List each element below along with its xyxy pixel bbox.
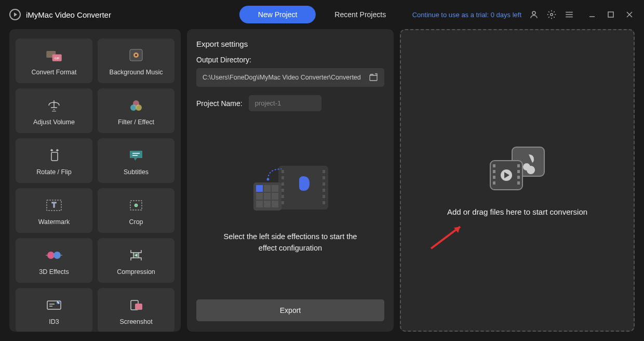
id3-icon xyxy=(45,297,63,313)
export-panel: Export settings Output Directory: C:\Use… xyxy=(187,29,394,332)
watermark-icon: T xyxy=(45,198,63,213)
svg-rect-6 xyxy=(608,12,613,17)
tools-sidebar: GIF Convert Format Background Music Adju… xyxy=(9,29,181,332)
tool-label: Subtitles xyxy=(124,168,149,176)
tool-label: Rotate / Flip xyxy=(36,168,71,176)
effects-illustration xyxy=(246,156,334,219)
svg-rect-58 xyxy=(264,201,271,207)
app-title: iMyMac Video Converter xyxy=(26,10,111,19)
dropzone-text: Add or drag files here to start conversi… xyxy=(447,207,587,216)
trial-status[interactable]: Continue to use as a trial: 0 days left xyxy=(412,11,521,19)
tool-label: Convert Format xyxy=(32,69,77,76)
svg-rect-71 xyxy=(517,181,520,185)
tool-crop[interactable]: Crop xyxy=(98,188,175,233)
music-icon xyxy=(127,48,145,63)
tool-filter-effect[interactable]: Filter / Effect xyxy=(98,88,175,133)
svg-rect-52 xyxy=(264,185,271,192)
tool-background-music[interactable]: Background Music xyxy=(98,38,175,83)
rotate-icon xyxy=(45,148,63,163)
svg-rect-66 xyxy=(493,176,495,179)
svg-point-14 xyxy=(135,54,137,56)
filter-icon xyxy=(127,98,145,113)
minimize-icon[interactable] xyxy=(587,9,597,20)
logo-icon xyxy=(9,9,21,20)
svg-rect-40 xyxy=(281,182,284,186)
tool-id3[interactable]: ID3 xyxy=(16,288,92,332)
maximize-icon[interactable] xyxy=(606,9,616,20)
svg-rect-41 xyxy=(281,189,284,192)
close-icon[interactable] xyxy=(624,9,635,20)
tab-new-project[interactable]: New Project xyxy=(239,6,316,23)
svg-text:T: T xyxy=(52,201,57,209)
project-name-label: Project Name: xyxy=(196,99,243,108)
svg-rect-59 xyxy=(272,201,278,207)
tool-rotate-flip[interactable]: Rotate / Flip xyxy=(16,138,92,183)
tool-label: Compression xyxy=(117,268,155,276)
folder-open-icon[interactable] xyxy=(369,73,378,82)
svg-rect-54 xyxy=(256,193,263,200)
effects-hint: Select the left side effections to start… xyxy=(218,231,363,254)
tool-label: 3D Effects xyxy=(39,268,69,276)
svg-rect-43 xyxy=(281,201,284,204)
output-dir-field[interactable]: C:\Users\FoneDog\iMyMac Video Converter\… xyxy=(196,68,384,87)
svg-rect-38 xyxy=(281,170,284,173)
svg-rect-39 xyxy=(281,176,284,179)
menu-icon[interactable] xyxy=(564,9,574,20)
output-dir-label: Output Directory: xyxy=(196,56,384,64)
tool-adjust-volume[interactable]: Adjust Volume xyxy=(16,88,92,133)
svg-point-0 xyxy=(532,11,535,15)
output-dir-value: C:\Users\FoneDog\iMyMac Video Converter\… xyxy=(203,74,361,81)
file-dropzone[interactable]: Add or drag files here to start conversi… xyxy=(400,29,635,332)
svg-point-24 xyxy=(135,204,138,207)
export-button[interactable]: Export xyxy=(196,299,384,321)
settings-icon[interactable] xyxy=(546,9,557,20)
svg-point-60 xyxy=(267,178,270,181)
svg-rect-46 xyxy=(323,182,325,186)
svg-text:GIF: GIF xyxy=(55,57,60,60)
export-title: Export settings xyxy=(196,40,384,48)
compression-icon xyxy=(127,247,145,263)
svg-rect-69 xyxy=(517,170,520,173)
svg-rect-64 xyxy=(493,164,495,167)
volume-icon xyxy=(45,98,63,113)
tool-compression[interactable]: Compression xyxy=(98,238,175,283)
app-logo: iMyMac Video Converter xyxy=(9,9,111,20)
tool-convert-format[interactable]: GIF Convert Format xyxy=(16,38,92,83)
svg-point-26 xyxy=(53,252,61,259)
svg-rect-44 xyxy=(323,170,325,173)
svg-rect-53 xyxy=(272,185,278,192)
convert-format-icon: GIF xyxy=(45,48,63,63)
screenshot-icon xyxy=(127,297,145,313)
tool-label: Screenshot xyxy=(119,318,152,325)
svg-point-17 xyxy=(136,104,142,111)
svg-point-1 xyxy=(551,14,553,16)
subtitles-icon xyxy=(127,148,145,163)
annotation-arrow xyxy=(427,221,468,253)
svg-rect-18 xyxy=(51,152,58,161)
svg-rect-55 xyxy=(264,193,271,200)
tool-label: Adjust Volume xyxy=(33,119,75,126)
tool-label: Background Music xyxy=(110,69,163,76)
tool-screenshot[interactable]: Screenshot xyxy=(98,288,175,332)
svg-rect-67 xyxy=(493,181,495,185)
project-name-input[interactable] xyxy=(249,95,321,111)
tool-label: Watermark xyxy=(38,218,70,226)
tab-recent-projects[interactable]: Recent Projects xyxy=(316,6,405,23)
tool-subtitles[interactable]: Subtitles xyxy=(98,138,175,183)
svg-point-25 xyxy=(47,252,55,259)
crop-icon xyxy=(127,198,145,213)
tool-watermark[interactable]: T Watermark xyxy=(16,188,92,233)
dropzone-illustration xyxy=(486,145,548,192)
svg-rect-56 xyxy=(272,193,278,200)
svg-point-62 xyxy=(523,163,530,170)
svg-rect-42 xyxy=(281,195,284,198)
tool-label: Crop xyxy=(129,218,143,226)
tool-3d-effects[interactable]: 3D Effects xyxy=(16,238,92,283)
svg-rect-45 xyxy=(323,176,325,179)
tool-label: ID3 xyxy=(49,318,59,325)
svg-rect-70 xyxy=(517,176,520,179)
svg-rect-51 xyxy=(256,185,263,192)
svg-rect-68 xyxy=(517,164,520,167)
account-icon[interactable] xyxy=(529,9,539,20)
svg-rect-48 xyxy=(323,195,325,198)
